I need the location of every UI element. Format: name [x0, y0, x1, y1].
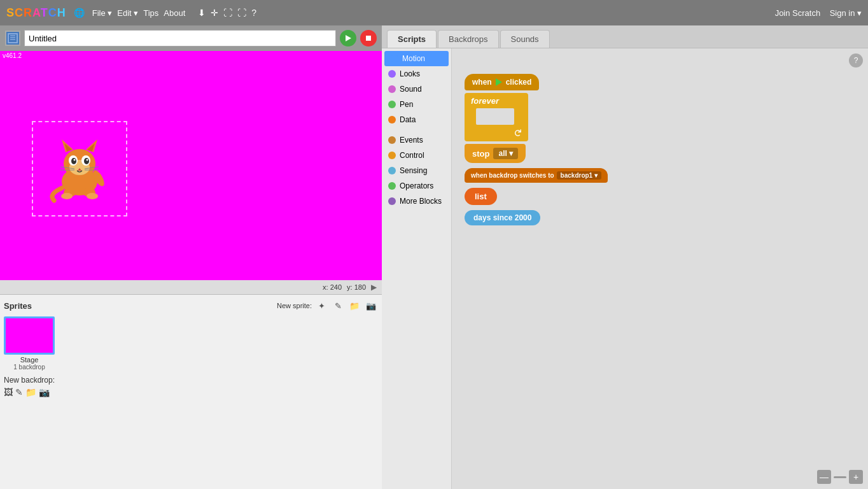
- about-menu[interactable]: About: [164, 8, 185, 18]
- globe-icon[interactable]: 🌐: [74, 8, 85, 18]
- when-flag-clicked-block[interactable]: when clicked: [465, 74, 539, 90]
- svg-point-16: [84, 158, 89, 164]
- new-sprite-upload-icon[interactable]: 📁: [347, 299, 361, 313]
- sprites-header: Sprites New sprite: ✦ ✎ 📁 📷: [4, 299, 378, 313]
- svg-rect-5: [366, 36, 371, 41]
- main-area: v461.2: [0, 25, 868, 489]
- zoom-reset-button[interactable]: +: [849, 470, 863, 484]
- sensing-dot: [388, 167, 396, 174]
- svg-point-15: [71, 158, 76, 164]
- svg-point-26: [61, 193, 73, 199]
- nav-icons: ⬇ ✛ ⛶ ⛶ ?: [198, 8, 256, 18]
- edit-icon[interactable]: [5, 31, 20, 46]
- tab-sounds[interactable]: Sounds: [500, 30, 550, 48]
- y-coord: y: 180: [347, 283, 366, 291]
- help-button[interactable]: ?: [849, 53, 863, 67]
- days-since-2000-block[interactable]: days since 2000: [465, 210, 540, 225]
- stop-block[interactable]: stop all ▾: [465, 144, 526, 163]
- expand-icon[interactable]: ⛶: [223, 8, 232, 18]
- new-backdrop-section: New backdrop: 🖼 ✎ 📁 📷: [4, 376, 378, 397]
- backdrop-camera-icon[interactable]: 📷: [39, 387, 50, 397]
- upload-icon[interactable]: ⬇: [198, 8, 206, 18]
- sprites-panel: Sprites New sprite: ✦ ✎ 📁 📷 Stage 1 back…: [0, 294, 382, 489]
- categories-panel: Motion Looks Sound Pen Data: [382, 48, 452, 489]
- cat-data[interactable]: Data: [382, 112, 451, 127]
- new-sprite-label: New sprite:: [277, 302, 312, 309]
- cat-operators[interactable]: Operators: [382, 178, 451, 194]
- when-backdrop-switches-block[interactable]: when backdrop switches to backdrop1 ▾: [465, 168, 608, 183]
- cat-events[interactable]: Events: [382, 132, 451, 148]
- file-menu[interactable]: File ▾: [92, 8, 113, 18]
- list-block[interactable]: list: [465, 188, 497, 205]
- block-stack: when clicked forever: [465, 74, 608, 229]
- help-nav-icon[interactable]: ?: [251, 8, 256, 18]
- project-header: [0, 25, 382, 51]
- svg-rect-0: [8, 34, 17, 43]
- new-sprite-draw-icon[interactable]: ✦: [314, 299, 328, 313]
- backdrop-paint-icon[interactable]: ✎: [15, 387, 23, 397]
- scripts-canvas[interactable]: ? when clicked: [452, 48, 868, 489]
- cat-looks[interactable]: Looks: [382, 66, 451, 82]
- svg-marker-4: [346, 35, 351, 41]
- sign-in-link[interactable]: Sign in ▾: [830, 8, 862, 18]
- shrink-icon[interactable]: ⛶: [237, 8, 246, 18]
- cat-looks-label: Looks: [400, 69, 420, 78]
- stage-thumbnail[interactable]: [4, 316, 55, 355]
- cat-more-blocks[interactable]: More Blocks: [382, 194, 451, 209]
- sprites-title: Sprites: [4, 301, 277, 311]
- scratch-logo[interactable]: SCRATCH: [6, 6, 66, 20]
- stage-canvas: v461.2: [0, 51, 382, 280]
- x-coord: x: 240: [323, 283, 342, 291]
- left-panel: v461.2: [0, 25, 382, 489]
- backdrop-upload-icon[interactable]: 📁: [25, 387, 36, 397]
- stage-label: Stage: [4, 356, 55, 364]
- forever-label: forever: [471, 96, 499, 106]
- cat-pen-label: Pen: [400, 100, 413, 109]
- cat-pen[interactable]: Pen: [382, 97, 451, 112]
- cat-sound-label: Sound: [400, 85, 422, 94]
- join-scratch-link[interactable]: Join Scratch: [775, 8, 821, 18]
- svg-point-17: [74, 159, 76, 161]
- zoom-out-button[interactable]: —: [817, 470, 831, 484]
- when-label: when: [472, 78, 492, 87]
- cat-control[interactable]: Control: [382, 148, 451, 163]
- pen-dot: [388, 101, 396, 108]
- cat-motion[interactable]: Motion: [384, 51, 449, 66]
- stop-dropdown[interactable]: all ▾: [493, 148, 518, 159]
- svg-point-18: [87, 159, 88, 161]
- flag-icon-block: [496, 78, 502, 86]
- scratch-cat-sprite: [41, 131, 118, 207]
- scroll-indicator[interactable]: ▶: [371, 283, 377, 292]
- sprite-selection-box: [32, 121, 127, 216]
- cat-sensing[interactable]: Sensing: [382, 163, 451, 178]
- stop-button[interactable]: [360, 30, 377, 46]
- sound-dot: [388, 85, 396, 93]
- sprite-icon-group: ✦ ✎ 📁 📷: [314, 299, 378, 313]
- tabs-bar: Scripts Backdrops Sounds: [382, 25, 868, 48]
- cat-motion-label: Motion: [402, 54, 425, 63]
- coords-bar: x: 240 y: 180 ▶: [0, 280, 382, 294]
- cat-more-blocks-label: More Blocks: [400, 197, 442, 206]
- tips-menu[interactable]: Tips: [143, 8, 158, 18]
- stage-backdrop-count: 1 backdrop: [4, 364, 55, 371]
- edit-menu[interactable]: Edit ▾: [117, 8, 138, 18]
- zoom-controls: — +: [817, 470, 863, 484]
- green-flag-button[interactable]: [340, 30, 356, 46]
- cat-sound[interactable]: Sound: [382, 82, 451, 97]
- project-title-input[interactable]: [24, 30, 336, 46]
- svg-point-27: [87, 193, 98, 199]
- cat-control-label: Control: [400, 151, 424, 160]
- fullscreen-icon[interactable]: ✛: [211, 8, 218, 18]
- stage-sprite-thumb[interactable]: Stage 1 backdrop: [4, 316, 55, 371]
- backdrop-image-icon[interactable]: 🖼: [4, 387, 13, 397]
- more-blocks-dot: [388, 197, 396, 205]
- new-sprite-section: New sprite: ✦ ✎ 📁 📷: [277, 299, 378, 313]
- forever-block-top[interactable]: forever: [465, 93, 528, 108]
- cat-sensing-label: Sensing: [400, 166, 427, 175]
- tab-backdrops[interactable]: Backdrops: [438, 30, 498, 48]
- backdrop-icon-group: 🖼 ✎ 📁 📷: [4, 387, 378, 397]
- navbar: SCRATCH 🌐 File ▾ Edit ▾ Tips About ⬇ ✛ ⛶…: [0, 0, 868, 25]
- new-sprite-paint-icon[interactable]: ✎: [331, 299, 345, 313]
- tab-scripts[interactable]: Scripts: [387, 30, 437, 48]
- new-sprite-camera-icon[interactable]: 📷: [364, 299, 378, 313]
